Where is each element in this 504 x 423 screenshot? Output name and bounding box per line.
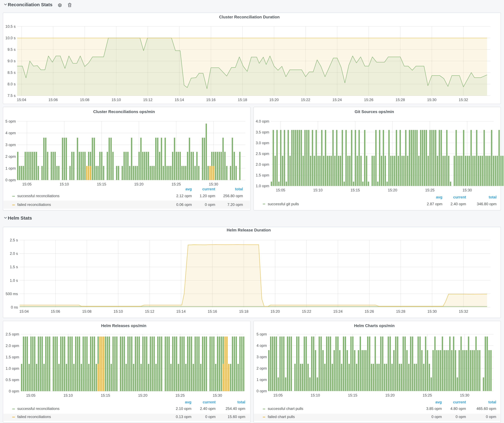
svg-text:3.0 opm: 3.0 opm — [256, 141, 269, 145]
svg-text:4.0 opm: 4.0 opm — [256, 119, 269, 123]
svg-text:15:16: 15:16 — [208, 309, 217, 313]
svg-text:1 opm: 1 opm — [5, 166, 16, 170]
svg-text:15:12: 15:12 — [145, 309, 154, 313]
svg-text:15:10: 15:10 — [59, 182, 69, 186]
svg-text:0 opm: 0 opm — [5, 178, 16, 182]
svg-text:3.5 opm: 3.5 opm — [256, 130, 269, 134]
svg-text:15:32: 15:32 — [459, 309, 468, 313]
svg-text:1 opm: 1 opm — [257, 377, 267, 382]
svg-text:0 opm: 0 opm — [257, 389, 267, 393]
svg-text:15:30: 15:30 — [462, 188, 472, 192]
svg-text:15:20: 15:20 — [385, 393, 395, 397]
svg-text:15:32: 15:32 — [458, 98, 468, 102]
svg-text:15:22: 15:22 — [301, 98, 310, 102]
svg-text:8.5 s: 8.5 s — [7, 70, 15, 75]
svg-text:15:30: 15:30 — [427, 309, 437, 313]
svg-text:15:15: 15:15 — [97, 182, 106, 186]
svg-text:2 opm: 2 opm — [257, 366, 267, 370]
svg-text:2.5 opm: 2.5 opm — [256, 152, 269, 156]
svg-text:1.0 opm: 1.0 opm — [6, 366, 19, 370]
svg-text:2.0 opm: 2.0 opm — [256, 162, 269, 166]
svg-text:15:05: 15:05 — [22, 182, 31, 186]
svg-text:15:20: 15:20 — [134, 182, 143, 186]
svg-text:0 ns: 0 ns — [11, 305, 18, 309]
svg-text:15:05: 15:05 — [276, 188, 285, 192]
svg-text:15:04: 15:04 — [19, 309, 29, 313]
svg-text:10.0 s: 10.0 s — [5, 36, 15, 40]
svg-text:15:08: 15:08 — [80, 98, 89, 102]
svg-text:15:30: 15:30 — [460, 393, 469, 397]
svg-text:15:20: 15:20 — [269, 98, 278, 102]
svg-text:1.0 opm: 1.0 opm — [256, 184, 269, 188]
svg-text:15:05: 15:05 — [26, 393, 35, 397]
svg-text:15:20: 15:20 — [138, 393, 147, 397]
svg-text:15:15: 15:15 — [348, 393, 357, 397]
svg-text:15:30: 15:30 — [209, 182, 218, 186]
svg-text:1.5 opm: 1.5 opm — [6, 355, 19, 359]
svg-text:15:22: 15:22 — [302, 309, 311, 313]
svg-text:15:24: 15:24 — [332, 98, 342, 102]
svg-text:15:06: 15:06 — [51, 309, 60, 313]
svg-text:15:18: 15:18 — [238, 98, 247, 102]
svg-text:3 opm: 3 opm — [5, 143, 16, 147]
svg-text:15:10: 15:10 — [114, 309, 123, 313]
svg-text:1.5 opm: 1.5 opm — [256, 173, 269, 177]
svg-text:15:18: 15:18 — [239, 309, 248, 313]
svg-text:0 opm: 0 opm — [9, 389, 19, 393]
svg-text:9.0 s: 9.0 s — [7, 59, 15, 63]
svg-text:2.0 opm: 2.0 opm — [6, 344, 19, 348]
svg-text:15:16: 15:16 — [206, 98, 215, 102]
svg-text:1.0 s: 1.0 s — [10, 278, 18, 282]
svg-text:4 opm: 4 opm — [257, 343, 267, 348]
svg-text:0.5 opm: 0.5 opm — [6, 378, 19, 382]
svg-text:15:25: 15:25 — [171, 182, 181, 186]
svg-text:15:08: 15:08 — [82, 309, 91, 313]
svg-text:5 opm: 5 opm — [257, 332, 267, 336]
svg-text:15:05: 15:05 — [273, 393, 283, 397]
svg-text:1.5 s: 1.5 s — [10, 265, 18, 269]
svg-text:3 opm: 3 opm — [257, 355, 267, 359]
svg-text:2.5 s: 2.5 s — [10, 238, 18, 242]
svg-text:10.5 s: 10.5 s — [5, 24, 15, 29]
svg-text:15:10: 15:10 — [111, 98, 121, 102]
svg-text:7.5 s: 7.5 s — [7, 94, 15, 98]
svg-text:15:30: 15:30 — [427, 98, 436, 102]
svg-text:15:20: 15:20 — [270, 309, 280, 313]
svg-text:15:15: 15:15 — [101, 393, 110, 397]
svg-text:8.0 s: 8.0 s — [7, 82, 15, 86]
svg-text:15:10: 15:10 — [311, 393, 320, 397]
svg-text:15:20: 15:20 — [388, 188, 397, 192]
svg-text:15:25: 15:25 — [425, 188, 434, 192]
svg-text:500 ms: 500 ms — [6, 292, 18, 296]
svg-text:2.5 opm: 2.5 opm — [6, 332, 19, 336]
svg-text:4 opm: 4 opm — [5, 131, 16, 135]
svg-text:15:28: 15:28 — [395, 98, 405, 102]
svg-text:2.0 s: 2.0 s — [10, 251, 18, 256]
svg-text:9.5 s: 9.5 s — [7, 47, 15, 52]
svg-text:5 opm: 5 opm — [5, 119, 16, 123]
svg-text:15:10: 15:10 — [63, 393, 73, 397]
svg-text:15:26: 15:26 — [364, 98, 373, 102]
svg-text:15:06: 15:06 — [48, 98, 58, 102]
svg-text:15:12: 15:12 — [143, 98, 152, 102]
svg-text:15:30: 15:30 — [213, 393, 222, 397]
svg-text:15:26: 15:26 — [365, 309, 374, 313]
svg-text:15:24: 15:24 — [333, 309, 342, 313]
svg-text:15:14: 15:14 — [174, 98, 184, 102]
svg-text:15:25: 15:25 — [423, 393, 432, 397]
svg-text:2 opm: 2 opm — [5, 154, 16, 159]
svg-text:15:15: 15:15 — [350, 188, 360, 192]
svg-text:15:04: 15:04 — [17, 98, 26, 102]
svg-text:15:10: 15:10 — [313, 188, 323, 192]
svg-text:15:28: 15:28 — [396, 309, 405, 313]
svg-text:15:25: 15:25 — [175, 393, 185, 397]
svg-text:15:14: 15:14 — [176, 309, 186, 313]
